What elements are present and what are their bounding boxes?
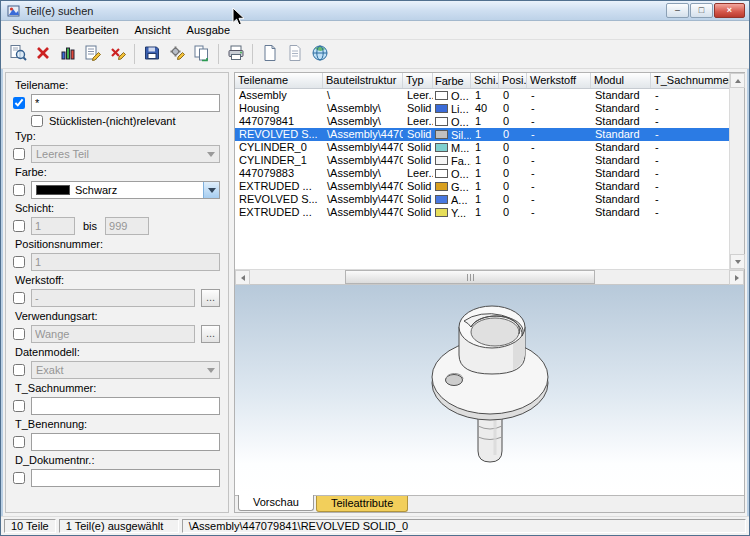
- results-table-body: Assembly\Leer...O...10-Standard-Housing\…: [235, 89, 729, 269]
- save-search-button[interactable]: [139, 42, 164, 66]
- new-document-button[interactable]: [257, 42, 282, 66]
- table-row[interactable]: 447079883\Assembly\Leer...O...10-Standar…: [235, 167, 729, 180]
- document-report-button[interactable]: [282, 42, 307, 66]
- werkstoff-browse-button[interactable]: ...: [201, 289, 220, 307]
- t-sachnummer-checkbox[interactable]: [13, 400, 25, 412]
- scroll-left-icon[interactable]: [235, 270, 250, 285]
- table-row[interactable]: EXTRUDED ...\Assembly\4470...SolidY...10…: [235, 206, 729, 219]
- color-statistics-button[interactable]: [55, 42, 80, 66]
- menu-suchen[interactable]: Suchen: [4, 22, 57, 38]
- tab-teileattribute[interactable]: Teileattribute: [316, 496, 408, 512]
- d-dokumentnr-input[interactable]: [31, 469, 220, 487]
- menu-ausgabe[interactable]: Ausgabe: [179, 22, 238, 38]
- t-benennung-checkbox[interactable]: [13, 436, 25, 448]
- color-swatch: [435, 182, 448, 191]
- delete-icon: [34, 44, 52, 64]
- werkstoff-label: Werkstoff:: [15, 274, 220, 286]
- column-header[interactable]: Werkstoff: [527, 73, 591, 88]
- globe-button[interactable]: [307, 42, 332, 66]
- table-cell: -: [527, 102, 591, 115]
- table-cell: REVOLVED S...: [235, 193, 323, 206]
- settings-edit-button[interactable]: [164, 42, 189, 66]
- delete-result-button[interactable]: [30, 42, 55, 66]
- column-header[interactable]: Schi...: [471, 73, 499, 88]
- positionsnummer-input[interactable]: [31, 253, 220, 271]
- delete-search-button[interactable]: [105, 42, 130, 66]
- schicht-checkbox[interactable]: [13, 220, 25, 232]
- titlebar[interactable]: Teil(e) suchen – □ ×: [1, 1, 749, 21]
- results-table: TeilenameBauteilstrukturTypFarbeSchi...P…: [235, 73, 744, 285]
- schicht-to-input[interactable]: [105, 217, 149, 235]
- close-button[interactable]: ×: [714, 3, 745, 18]
- verwendungsart-checkbox[interactable]: [13, 328, 25, 340]
- table-cell: Standard: [591, 128, 651, 141]
- stuecklisten-checkbox[interactable]: [31, 115, 43, 127]
- color-swatch: [435, 91, 448, 100]
- copy-export-button[interactable]: [189, 42, 214, 66]
- search-part-button[interactable]: [5, 42, 30, 66]
- farbe-dropdown[interactable]: Schwarz: [31, 181, 220, 199]
- table-row[interactable]: REVOLVED S...\Assembly\4470...SolidSil..…: [235, 128, 729, 141]
- preview-pane[interactable]: [235, 285, 744, 495]
- positionsnummer-checkbox[interactable]: [13, 256, 25, 268]
- minimize-button[interactable]: –: [666, 3, 689, 18]
- column-header[interactable]: Posi...: [499, 73, 527, 88]
- werkstoff-input[interactable]: [31, 289, 195, 307]
- column-header[interactable]: Typ: [403, 73, 433, 88]
- column-header[interactable]: Modul: [591, 73, 651, 88]
- table-cell: -: [651, 128, 729, 141]
- table-row[interactable]: EXTRUDED ...\Assembly\4470...SolidG...10…: [235, 180, 729, 193]
- print-button[interactable]: [223, 42, 248, 66]
- verwendungsart-browse-button[interactable]: ...: [201, 325, 220, 343]
- hscroll-track[interactable]: [250, 270, 729, 284]
- table-cell: -: [651, 193, 729, 206]
- table-row[interactable]: Housing\Assembly\SolidLi...400-Standard-: [235, 102, 729, 115]
- table-row[interactable]: 447079841\Assembly\Leer...O...10-Standar…: [235, 115, 729, 128]
- horizontal-scrollbar[interactable]: [235, 269, 744, 284]
- table-cell: Housing: [235, 102, 323, 115]
- schicht-from-input[interactable]: [31, 217, 75, 235]
- maximize-button[interactable]: □: [690, 3, 713, 18]
- scroll-down-icon[interactable]: [730, 254, 745, 269]
- table-row[interactable]: CYLINDER_0\Assembly\4470...SolidM...10-S…: [235, 141, 729, 154]
- t-sachnummer-input[interactable]: [31, 397, 220, 415]
- table-row[interactable]: Assembly\Leer...O...10-Standard-: [235, 89, 729, 102]
- d-dokumentnr-checkbox[interactable]: [13, 472, 25, 484]
- edit-search-list-button[interactable]: [80, 42, 105, 66]
- typ-checkbox[interactable]: [13, 148, 25, 160]
- datenmodell-dropdown[interactable]: Exakt: [31, 361, 220, 379]
- column-header[interactable]: T_Sachnummer: [651, 73, 729, 88]
- table-cell: 1: [471, 115, 499, 128]
- table-cell: Solid: [403, 154, 433, 167]
- table-cell: -: [651, 167, 729, 180]
- datenmodell-checkbox[interactable]: [13, 364, 25, 376]
- typ-dropdown[interactable]: Leeres Teil: [31, 145, 220, 163]
- table-cell: Solid: [403, 206, 433, 219]
- farbe-text: O...: [451, 168, 469, 180]
- filter-schicht: Schicht: bis: [13, 202, 220, 235]
- table-cell: CYLINDER_1: [235, 154, 323, 167]
- column-header[interactable]: Bauteilstruktur: [323, 73, 403, 88]
- search-part-icon: [9, 44, 27, 64]
- tab-vorschau[interactable]: Vorschau: [238, 495, 314, 511]
- hscroll-thumb[interactable]: [345, 270, 595, 284]
- teilename-checkbox[interactable]: [13, 97, 25, 109]
- verwendungsart-input[interactable]: [31, 325, 195, 343]
- table-cell: \: [323, 89, 403, 102]
- scroll-up-icon[interactable]: [730, 73, 745, 88]
- menu-bearbeiten[interactable]: Bearbeiten: [57, 22, 126, 38]
- vertical-scrollbar[interactable]: [729, 73, 744, 269]
- table-cell: -: [527, 180, 591, 193]
- table-row[interactable]: CYLINDER_1\Assembly\4470...SolidFa...10-…: [235, 154, 729, 167]
- column-header[interactable]: Teilename: [235, 73, 323, 88]
- teilename-input[interactable]: [31, 94, 220, 112]
- farbe-cell: O...: [433, 115, 471, 128]
- column-header[interactable]: Farbe: [433, 73, 471, 88]
- scroll-right-icon[interactable]: [729, 270, 744, 285]
- d-dokumentnr-label: D_Dokumentnr.:: [15, 454, 220, 466]
- table-row[interactable]: REVOLVED S...\Assembly\4470...SolidA...1…: [235, 193, 729, 206]
- t-benennung-input[interactable]: [31, 433, 220, 451]
- farbe-checkbox[interactable]: [13, 184, 25, 196]
- menu-ansicht[interactable]: Ansicht: [127, 22, 179, 38]
- werkstoff-checkbox[interactable]: [13, 292, 25, 304]
